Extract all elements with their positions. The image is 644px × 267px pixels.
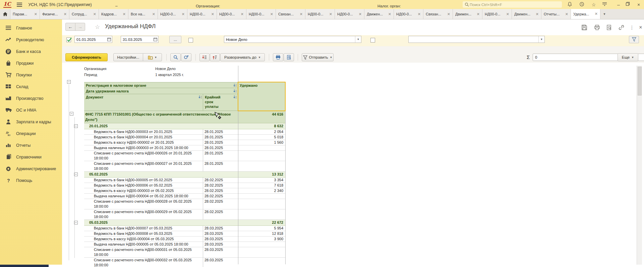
favorites-star-icon[interactable]: ☆ (591, 2, 597, 8)
tab-close-icon[interactable]: ✕ (241, 12, 244, 16)
table-row[interactable]: − 20.01.2025 8 632 (66, 123, 285, 129)
sidebar-item-proizvodstvo[interactable]: Производство (0, 94, 62, 103)
table-row[interactable]: − Списание с расчетного счета НД00-00002… (66, 199, 285, 209)
sidebar-item-pomosch[interactable]: ? Помощь (0, 176, 62, 185)
organization-field[interactable]: ▼ (224, 36, 361, 43)
find-button[interactable] (170, 53, 181, 61)
tab-close-icon[interactable]: ✕ (64, 12, 67, 16)
document-tab[interactable]: Движен... ✕ (512, 9, 541, 19)
sort-icon[interactable] (233, 83, 237, 87)
document-tab[interactable]: Кадров... ✕ (99, 9, 128, 19)
tab-close-icon[interactable]: ✕ (123, 12, 126, 16)
print-preview-button[interactable] (284, 53, 294, 61)
sidebar-item-zarplata-i-kadry[interactable]: Зарплата и кадры (0, 117, 62, 126)
tabs-overflow-icon[interactable]: ▼ (600, 9, 609, 19)
document-tab[interactable]: Все на... ✕ (128, 9, 158, 19)
close-window-icon[interactable]: × (636, 2, 642, 8)
print-icon[interactable] (593, 24, 601, 31)
sidebar-item-administrirovanie[interactable]: Администрирование (0, 164, 62, 173)
forward-button[interactable]: → (75, 23, 85, 31)
table-row[interactable]: − 05.02.2025 13 312 (66, 172, 285, 178)
chevron-down-icon[interactable]: ▼ (538, 36, 544, 43)
link-icon[interactable] (618, 24, 625, 31)
column-document[interactable]: Документ (84, 94, 203, 111)
table-row[interactable]: − Ведомость в кассу НД00-000003 от 05.02… (66, 188, 285, 194)
tab-close-icon[interactable]: ✕ (270, 12, 273, 16)
main-menu-icon[interactable] (17, 3, 22, 7)
tab-close-icon[interactable]: ✕ (388, 12, 391, 16)
sidebar-item-pokupki[interactable]: Покупки (0, 70, 62, 79)
organization-input[interactable] (224, 37, 355, 42)
column-due-date[interactable]: Крайний срок уплаты (203, 94, 238, 111)
document-tab[interactable]: НД00-0... ✕ (158, 9, 187, 19)
filter-settings-button[interactable] (629, 36, 639, 43)
print-button[interactable] (273, 53, 283, 61)
settings-button[interactable]: Настройки... (113, 53, 143, 61)
notifications-bell-icon[interactable] (567, 2, 573, 8)
home-tab[interactable] (0, 9, 10, 19)
table-row[interactable]: − Выдача наличных НД00-000003 от 20.01.2… (66, 145, 285, 151)
service-menu-icon[interactable] (602, 2, 608, 8)
date-from-input[interactable] (75, 37, 106, 42)
tab-close-icon[interactable]: ✕ (182, 12, 185, 16)
save-icon[interactable] (581, 24, 588, 31)
document-tab[interactable]: Физиче... ✕ (40, 9, 69, 19)
document-tab[interactable]: Связан... ✕ (276, 9, 305, 19)
tab-close-icon[interactable]: ✕ (34, 12, 37, 16)
tab-close-icon[interactable]: ✕ (536, 12, 539, 16)
tab-close-icon[interactable]: ✕ (477, 12, 480, 16)
table-row[interactable]: − Списание с расчетного счета НД00-00003… (66, 258, 285, 267)
back-button[interactable]: ← (65, 23, 75, 31)
restore-icon[interactable] (626, 2, 632, 8)
table-row[interactable]: − Ведомость в банк НД00-000006 от 05.02.… (66, 183, 285, 188)
sidebar-item-prodazhi[interactable]: Продажи (0, 59, 62, 68)
more-menu-icon[interactable]: ⋮ (630, 24, 634, 31)
column-withhold-date[interactable]: Дата удержания налога (84, 88, 238, 94)
calendar-icon[interactable] (153, 36, 158, 43)
table-row[interactable]: − Списание с расчетного счета НД00-00002… (66, 161, 285, 172)
sidebar-item-spravochniki[interactable]: Справочники (0, 152, 62, 161)
table-row[interactable]: − Ведомость в банк НД00-000004 от 20.01.… (66, 135, 285, 140)
expand-groups-button[interactable] (210, 53, 220, 61)
column-withheld[interactable]: Удержано (238, 82, 285, 111)
document-tab[interactable]: НД00-0... ✕ (335, 9, 364, 19)
tab-close-icon[interactable]: ✕ (329, 12, 332, 16)
vertical-scrollbar[interactable] (637, 66, 642, 265)
tab-close-icon[interactable]: ✕ (595, 12, 598, 16)
document-tab[interactable]: НД00-0... ✕ (482, 9, 512, 19)
send-button[interactable]: Отправить ▼ (302, 53, 334, 61)
period-checkbox[interactable] (66, 38, 71, 42)
document-tab[interactable]: Отчеты... ✕ (541, 9, 571, 19)
table-row[interactable]: − ФНС 7715 КПП 771501001 (Общество с огр… (66, 111, 285, 123)
table-row[interactable]: − Выдача наличных НД00-000005 от 05.03.2… (66, 242, 285, 247)
date-to-field[interactable] (121, 36, 159, 43)
expand-to-button[interactable]: Разворачивать до ▼ (220, 53, 265, 61)
tax-authority-field[interactable]: ▼ (408, 36, 545, 43)
generate-button[interactable]: Сформировать (65, 53, 108, 61)
calendar-icon[interactable] (106, 36, 112, 43)
period-variants-button[interactable]: ... (169, 36, 181, 43)
table-row[interactable]: − Списание с расчетного счета НД00-00002… (66, 151, 285, 161)
tab-close-icon[interactable]: ✕ (565, 12, 568, 16)
date-to-input[interactable] (121, 37, 153, 42)
sidebar-item-sklad[interactable]: Склад (0, 82, 62, 91)
sidebar-item-otchety[interactable]: Отчеты (0, 141, 62, 150)
sidebar-item-os-i-nma[interactable]: ОС и НМА (0, 106, 62, 115)
document-tab[interactable]: НД00-0... ✕ (217, 9, 246, 19)
document-tab[interactable]: Сотруд... ✕ (69, 9, 99, 19)
scrollbar-thumb[interactable] (638, 67, 642, 95)
tab-close-icon[interactable]: ✕ (300, 12, 303, 16)
document-tab[interactable]: НД00-0... ✕ (187, 9, 217, 19)
organization-checkbox[interactable] (188, 38, 193, 43)
document-tab[interactable]: Удержа... ✕ (571, 9, 600, 19)
document-tab[interactable]: Движен... ✕ (364, 9, 394, 19)
table-row[interactable]: − Списание с расчетного счета НД00-00003… (66, 247, 285, 258)
minimize-icon[interactable]: – (616, 2, 622, 8)
table-row[interactable]: − Списание с расчетного счета НД00-00002… (66, 209, 285, 220)
sort-icon[interactable] (233, 95, 237, 99)
report-variants-button[interactable]: ▼ (143, 53, 162, 61)
tab-close-icon[interactable]: ✕ (211, 12, 214, 16)
sidebar-item-rukovoditelyu[interactable]: Руководителю (0, 35, 62, 44)
more-actions-button[interactable]: Еще ▼ (618, 53, 638, 61)
collapse-groups-button[interactable] (199, 53, 210, 61)
